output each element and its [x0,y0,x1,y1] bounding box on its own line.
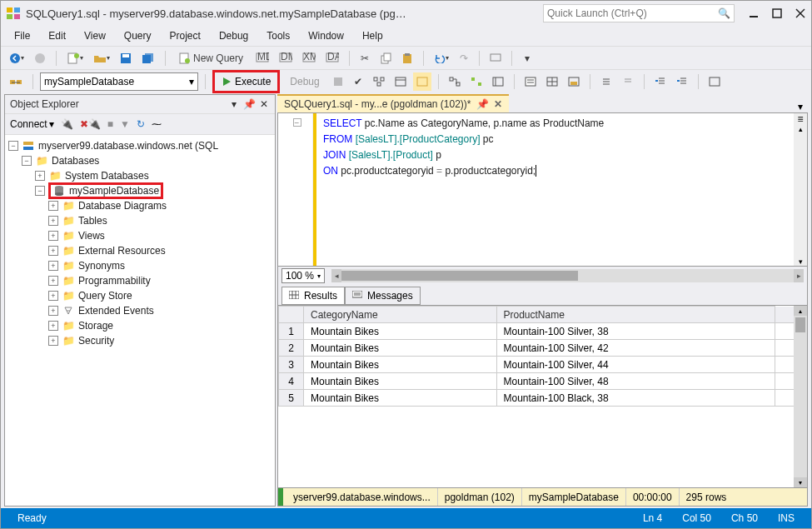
col-header[interactable]: CategoryName [304,307,497,323]
uncomment-button[interactable] [619,72,637,91]
paste-button[interactable] [398,49,416,67]
collapse-icon[interactable]: − [8,141,18,151]
zoom-combo[interactable]: 100 % ▾ [281,268,325,283]
change-connection-button[interactable] [6,72,26,91]
expand-icon[interactable]: + [48,276,58,286]
maximize-button[interactable] [771,7,783,19]
comment-out-button[interactable] [597,72,615,91]
menu-edit[interactable]: Edit [40,27,74,44]
client-stats-button[interactable] [489,72,507,91]
tree-child-node[interactable]: +📁Query Store [5,288,275,303]
menu-query[interactable]: Query [116,27,160,44]
filter-icon[interactable]: ▼ [120,118,130,130]
collapse-region-icon[interactable]: − [293,118,301,127]
menu-view[interactable]: View [76,27,114,44]
close-tab-icon[interactable]: ✕ [494,98,502,110]
pin-icon[interactable]: 📌 [476,98,489,110]
cell-category[interactable]: Mountain Bikes [304,340,497,357]
stop-button[interactable] [330,72,346,91]
redo-button[interactable]: ↷ [456,49,472,67]
specify-values-button[interactable] [705,72,724,91]
menu-file[interactable]: File [6,27,38,44]
activity-icon[interactable]: ⁓ [152,118,162,130]
menu-help[interactable]: Help [354,27,391,44]
table-row[interactable]: 3Mountain BikesMountain-100 Silver, 44 [279,357,808,373]
document-tab[interactable]: SQLQuery1.sql - my...e (pgoldman (102))*… [277,94,509,112]
dmx-button[interactable]: DMX [276,49,296,67]
cell-product[interactable]: Mountain-100 Silver, 42 [496,340,775,357]
expand-icon[interactable]: + [48,261,58,271]
intellisense-button[interactable] [413,72,431,91]
table-row[interactable]: 4Mountain BikesMountain-100 Silver, 48 [279,373,808,390]
cell-category[interactable]: Mountain Bikes [304,323,497,340]
dropdown-button[interactable]: ▾ [519,49,536,67]
menu-window[interactable]: Window [300,27,352,44]
expand-icon[interactable]: + [48,201,58,211]
cell-category[interactable]: Mountain Bikes [304,357,497,373]
editor-hscroll[interactable]: ◂ ▸ [331,269,804,282]
scroll-down-icon[interactable]: ▾ [794,257,807,266]
tree-child-node[interactable]: +📁Synonyms [5,258,275,273]
comment-button[interactable] [486,49,505,67]
cell-category[interactable]: Mountain Bikes [304,373,497,390]
minimize-button[interactable] [748,7,760,19]
disconnect-icon[interactable]: ✖🔌 [80,118,101,130]
cell-product[interactable]: Mountain-100 Silver, 48 [496,373,775,390]
copy-button[interactable] [376,49,395,67]
tree-child-node[interactable]: +📁Tables [5,213,275,228]
open-button[interactable]: ▾ [90,49,113,67]
xmla-button[interactable]: XMLA [299,49,319,67]
expand-icon[interactable]: + [48,216,58,226]
connect-icon[interactable]: 🔌 [61,118,73,130]
tree-child-node[interactable]: +Extended Events [5,303,275,318]
database-selector[interactable]: mySampleDatabase ▾ [40,72,198,91]
cut-button[interactable]: ✂ [356,49,373,67]
save-button[interactable] [117,49,135,67]
object-explorer-tree[interactable]: − myserver99.database.windows.net (SQL −… [5,135,275,506]
sql-editor[interactable]: − SELECT pc.Name as CategoryName, p.name… [277,112,808,267]
save-all-button[interactable] [138,49,158,67]
tree-databases-node[interactable]: − 📁 Databases [5,153,275,168]
tree-child-node[interactable]: +📁Views [5,228,275,243]
table-row[interactable]: 5Mountain BikesMountain-100 Black, 38 [279,390,808,407]
nav-forward-button[interactable] [31,49,49,67]
results-to-file-button[interactable] [565,72,583,91]
expand-icon[interactable]: + [48,321,58,331]
tree-child-node[interactable]: +📁Security [5,333,275,348]
tree-child-node[interactable]: +📁Programmability [5,273,275,288]
scroll-up-icon[interactable]: ▴ [794,306,807,316]
table-row[interactable]: 1Mountain BikesMountain-100 Silver, 38 [279,323,808,340]
cell-product[interactable]: Mountain-100 Black, 38 [496,390,775,407]
cell-category[interactable]: Mountain Bikes [304,390,497,407]
scrollbar-thumb[interactable] [795,317,805,332]
close-button[interactable] [795,7,806,19]
live-stats-button[interactable] [467,72,486,91]
scrollbar-thumb[interactable] [341,271,577,281]
scroll-left-icon[interactable]: ◂ [331,269,341,282]
include-plan-button[interactable] [446,72,464,91]
dax-button[interactable]: DAX [322,49,342,67]
dropdown-icon[interactable]: ▾ [228,98,240,110]
editor-vscroll[interactable]: ≡ ▴ ▾ [794,113,807,266]
estimated-plan-button[interactable] [370,72,388,91]
menu-debug[interactable]: Debug [211,27,257,44]
results-tab[interactable]: Results [281,287,345,305]
tree-child-node[interactable]: +📁Database Diagrams [5,198,275,213]
menu-tools[interactable]: Tools [258,27,298,44]
menu-project[interactable]: Project [162,27,209,44]
close-panel-icon[interactable]: ✕ [258,98,270,110]
expand-icon[interactable]: + [48,336,58,346]
undo-button[interactable]: ▾ [431,49,452,67]
results-to-text-button[interactable] [521,72,540,91]
tree-server-node[interactable]: − myserver99.database.windows.net (SQL [5,138,275,153]
cell-product[interactable]: Mountain-100 Silver, 44 [496,357,775,373]
query-options-button[interactable] [391,72,410,91]
collapse-icon[interactable]: − [35,186,45,196]
results-to-grid-button[interactable] [543,72,561,91]
new-button[interactable]: ▾ [63,49,87,67]
split-icon[interactable]: ≡ [794,113,807,125]
refresh-icon[interactable]: ↻ [137,118,145,130]
parse-button[interactable]: ✔ [350,72,366,91]
quick-launch-input[interactable] [547,7,718,19]
table-row[interactable]: 2Mountain BikesMountain-100 Silver, 42 [279,340,808,357]
